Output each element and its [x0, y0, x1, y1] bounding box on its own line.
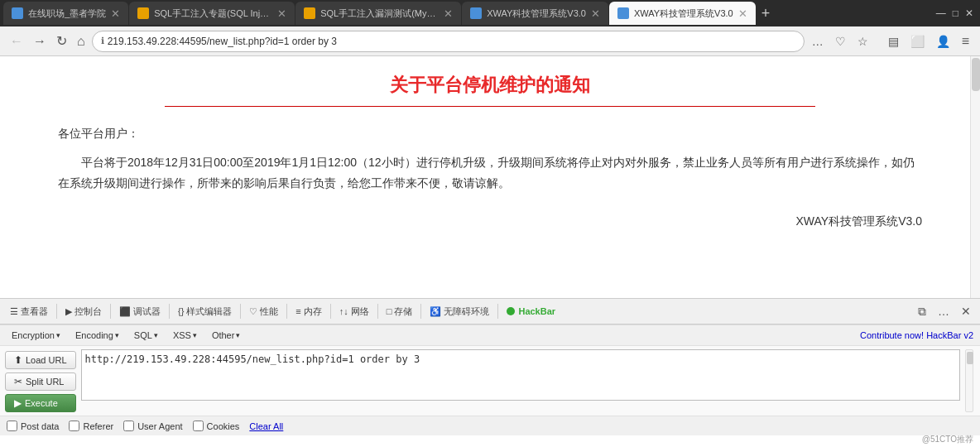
tab-5[interactable]: XWAY科技管理系统V3.0 ✕ [609, 2, 756, 25]
hackbar-tab-label: HackBar [518, 306, 555, 316]
tab-3[interactable]: SQL手工注入漏洞测试(MySQ... ✕ [295, 2, 461, 25]
tab-1-close[interactable]: ✕ [111, 7, 120, 20]
storage-icon: □ [387, 306, 392, 316]
encryption-chevron-icon: ▾ [56, 331, 60, 339]
devtools-memory-btn[interactable]: ≡ 内存 [291, 304, 326, 320]
performance-label: 性能 [260, 305, 278, 318]
bookmarks-button[interactable]: … [808, 33, 828, 50]
tab-4[interactable]: XWAY科技管理系统V3.0 ✕ [462, 2, 608, 25]
tab-3-close[interactable]: ✕ [444, 7, 453, 20]
devtools-sep-7 [377, 304, 378, 319]
devtools-sep-6 [330, 304, 331, 319]
star-button[interactable]: ☆ [853, 33, 872, 50]
user-agent-label: User Agent [137, 421, 182, 431]
post-data-checkbox[interactable] [7, 421, 17, 431]
hackbar-tab[interactable]: HackBar [502, 305, 560, 318]
debugger-icon: ⬛ [119, 306, 131, 317]
close-window-button[interactable]: ✕ [962, 6, 977, 21]
restore-button[interactable]: □ [949, 6, 962, 21]
sql-label: SQL [134, 330, 152, 340]
split-url-button[interactable]: ✂ Split URL [5, 372, 76, 391]
devtools-accessibility-btn[interactable]: ♿ 无障碍环境 [425, 304, 494, 320]
cookies-checkbox[interactable] [193, 421, 204, 431]
notice-signature: XWAY科技管理系统V3.0 [58, 211, 922, 232]
account-button[interactable]: 👤 [932, 33, 954, 50]
referer-label: Referer [83, 421, 113, 431]
notice-title: 关于平台停机维护的通知 [25, 73, 955, 98]
user-agent-checkbox[interactable] [123, 421, 134, 431]
url-textarea[interactable]: http://219.153.49.228:44595/new_list.php… [81, 349, 960, 401]
cookies-label: Cookies [207, 421, 240, 431]
tab-2-close[interactable]: ✕ [277, 7, 286, 20]
devtools-detach-btn[interactable]: ⧉ [914, 303, 930, 320]
contribute-link[interactable]: Contribute now! HackBar v2 [860, 330, 973, 340]
sidebar-button[interactable]: ▤ [884, 33, 903, 50]
cookies-checkbox-group[interactable]: Cookies [193, 421, 240, 431]
devtools-inspector-btn[interactable]: ☰ 查看器 [5, 304, 53, 320]
back-button[interactable]: ← [7, 32, 26, 50]
tab-3-favicon [304, 7, 315, 19]
post-data-label: Post data [21, 421, 59, 431]
tab-4-label: XWAY科技管理系统V3.0 [487, 7, 586, 20]
menu-button[interactable]: ≡ [958, 32, 973, 50]
split-url-label: Split URL [26, 377, 64, 387]
tab-4-close[interactable]: ✕ [591, 7, 600, 20]
tab-5-close[interactable]: ✕ [738, 7, 747, 20]
home-button[interactable]: ⌂ [74, 32, 89, 50]
referer-checkbox-group[interactable]: Referer [69, 421, 113, 431]
devtools-network-btn[interactable]: ↑↓ 网络 [334, 304, 374, 320]
hackbar-url-area: ⬆ Load URL ✂ Split URL ▶ Execute http://… [0, 346, 980, 416]
tab-3-label: SQL手工注入漏洞测试(MySQ... [320, 7, 439, 20]
scrollbar-thumb[interactable] [972, 58, 980, 91]
clear-all-button[interactable]: Clear All [249, 421, 283, 431]
load-url-button[interactable]: ⬆ Load URL [5, 351, 76, 369]
page-scrollbar[interactable] [970, 56, 980, 298]
devtools-sep-4 [240, 304, 241, 319]
execute-icon: ▶ [14, 397, 22, 409]
devtools-options-btn[interactable]: … [934, 303, 954, 320]
referer-checkbox[interactable] [69, 421, 79, 431]
other-menu[interactable]: Other ▾ [207, 329, 246, 342]
user-agent-checkbox-group[interactable]: User Agent [123, 421, 182, 431]
textarea-scrollbar-thumb [967, 352, 973, 364]
encryption-menu[interactable]: Encryption ▾ [7, 329, 65, 342]
execute-label: Execute [25, 398, 58, 408]
encoding-menu[interactable]: Encoding ▾ [70, 329, 124, 342]
devtools-right-controls: ⧉ … ✕ [914, 303, 975, 320]
textarea-scrollbar[interactable] [965, 349, 973, 412]
execute-button[interactable]: ▶ Execute [5, 394, 76, 412]
devtools-style-btn[interactable]: {} 样式编辑器 [173, 304, 237, 320]
xss-menu[interactable]: XSS ▾ [168, 329, 202, 342]
pocket-button[interactable]: ♡ [831, 33, 850, 50]
devtools-storage-btn[interactable]: □ 存储 [382, 304, 418, 320]
tab-2-favicon [137, 7, 149, 19]
minimize-button[interactable]: — [933, 6, 949, 21]
devtools-bar: ☰ 查看器 ▶ 控制台 ⬛ 调试器 {} 样式编辑器 ♡ 性能 ≡ 内存 ↑↓ … [0, 298, 980, 324]
hackbar-left-buttons: ⬆ Load URL ✂ Split URL ▶ Execute [5, 349, 76, 412]
devtools-performance-btn[interactable]: ♡ 性能 [244, 304, 283, 320]
tab-2[interactable]: SQL手工注入专题(SQL Inject... ✕ [129, 2, 295, 25]
hackbar-toolbar: Encryption ▾ Encoding ▾ SQL ▾ XSS ▾ Othe… [0, 325, 980, 346]
devtools-close-btn[interactable]: ✕ [957, 303, 975, 320]
sql-menu[interactable]: SQL ▾ [129, 329, 163, 342]
tab-4-favicon [470, 7, 482, 19]
style-icon: {} [178, 306, 184, 316]
tab-1[interactable]: 在线职场_墨者学院 ✕ [3, 2, 128, 25]
post-data-checkbox-group[interactable]: Post data [7, 421, 59, 431]
devtools-console-btn[interactable]: ▶ 控制台 [60, 304, 107, 320]
devtools-debugger-btn[interactable]: ⬛ 调试器 [114, 304, 166, 320]
page-content: 关于平台停机维护的通知 各位平台用户： 平台将于2018年12月31日00:00… [0, 56, 980, 298]
inspector-icon: ☰ [10, 306, 18, 317]
forward-button[interactable]: → [30, 32, 50, 50]
accessibility-label: 无障碍环境 [444, 305, 489, 318]
new-tab-button[interactable]: + [757, 5, 776, 22]
devtools-sep-8 [420, 304, 421, 319]
reload-button[interactable]: ↻ [53, 31, 70, 50]
storage-label: 存储 [394, 305, 412, 318]
synced-tabs-button[interactable]: ⬜ [906, 33, 929, 50]
devtools-sep-1 [56, 304, 57, 319]
address-bar[interactable]: ℹ 219.153.49.228:44595/new_list.php?id=1… [92, 31, 805, 52]
load-url-icon: ⬆ [14, 354, 22, 366]
tab-5-label: XWAY科技管理系统V3.0 [634, 7, 733, 20]
hackbar-bottom: Post data Referer User Agent Cookies Cle… [0, 416, 980, 435]
